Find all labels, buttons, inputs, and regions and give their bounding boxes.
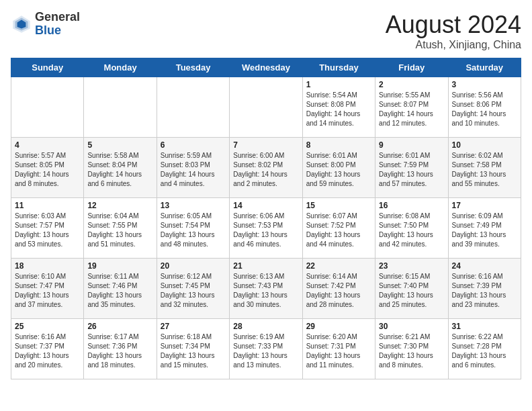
day-info: Sunrise: 6:10 AM Sunset: 7:47 PM Dayligh…	[15, 272, 80, 310]
day-number: 9	[379, 140, 444, 150]
calendar-table: SundayMondayTuesdayWednesdayThursdayFrid…	[11, 58, 521, 379]
calendar-cell: 20Sunrise: 6:12 AM Sunset: 7:45 PM Dayli…	[157, 259, 229, 319]
calendar-week-3: 11Sunrise: 6:03 AM Sunset: 7:57 PM Dayli…	[11, 198, 521, 259]
calendar-cell: 19Sunrise: 6:11 AM Sunset: 7:46 PM Dayli…	[84, 259, 157, 319]
logo-text: General Blue	[35, 11, 80, 38]
page-header: General Blue August 2024 Atush, Xinjiang…	[11, 11, 521, 51]
calendar-cell: 18Sunrise: 6:10 AM Sunset: 7:47 PM Dayli…	[11, 259, 84, 319]
calendar-cell: 31Sunrise: 6:22 AM Sunset: 7:28 PM Dayli…	[448, 319, 521, 379]
day-info: Sunrise: 5:56 AM Sunset: 8:06 PM Dayligh…	[452, 91, 517, 128]
day-number: 25	[15, 322, 80, 331]
day-number: 6	[161, 140, 226, 150]
day-info: Sunrise: 5:57 AM Sunset: 8:05 PM Dayligh…	[15, 151, 80, 189]
day-info: Sunrise: 6:22 AM Sunset: 7:28 PM Dayligh…	[452, 332, 517, 370]
calendar-cell	[157, 77, 229, 138]
calendar-cell	[230, 77, 302, 138]
calendar-cell: 3Sunrise: 5:56 AM Sunset: 8:06 PM Daylig…	[448, 77, 521, 138]
day-number: 14	[233, 201, 298, 210]
location: Atush, Xinjiang, China	[386, 39, 521, 51]
day-info: Sunrise: 5:54 AM Sunset: 8:08 PM Dayligh…	[306, 91, 371, 128]
calendar-cell: 1Sunrise: 5:54 AM Sunset: 8:08 PM Daylig…	[302, 77, 375, 138]
calendar-cell: 6Sunrise: 5:59 AM Sunset: 8:03 PM Daylig…	[157, 138, 229, 198]
calendar-week-1: 1Sunrise: 5:54 AM Sunset: 8:08 PM Daylig…	[11, 77, 521, 138]
day-number: 23	[379, 261, 444, 271]
calendar-cell: 23Sunrise: 6:15 AM Sunset: 7:40 PM Dayli…	[375, 259, 448, 319]
calendar-cell	[84, 77, 157, 138]
day-info: Sunrise: 6:13 AM Sunset: 7:43 PM Dayligh…	[233, 272, 298, 310]
month-title: August 2024	[386, 11, 521, 39]
calendar-cell: 15Sunrise: 6:07 AM Sunset: 7:52 PM Dayli…	[302, 198, 375, 259]
day-number: 13	[161, 201, 226, 210]
title-block: August 2024 Atush, Xinjiang, China	[386, 11, 521, 51]
calendar-cell: 25Sunrise: 6:16 AM Sunset: 7:37 PM Dayli…	[11, 319, 84, 379]
calendar-cell: 17Sunrise: 6:09 AM Sunset: 7:49 PM Dayli…	[448, 198, 521, 259]
calendar-cell: 21Sunrise: 6:13 AM Sunset: 7:43 PM Dayli…	[230, 259, 302, 319]
day-number: 2	[379, 80, 444, 89]
day-info: Sunrise: 6:09 AM Sunset: 7:49 PM Dayligh…	[452, 212, 517, 249]
calendar-cell: 29Sunrise: 6:20 AM Sunset: 7:31 PM Dayli…	[302, 319, 375, 379]
day-info: Sunrise: 6:08 AM Sunset: 7:50 PM Dayligh…	[379, 212, 444, 249]
day-number: 27	[161, 322, 226, 331]
day-info: Sunrise: 6:16 AM Sunset: 7:37 PM Dayligh…	[15, 332, 80, 370]
calendar-cell: 24Sunrise: 6:16 AM Sunset: 7:39 PM Dayli…	[448, 259, 521, 319]
day-number: 15	[306, 201, 371, 210]
calendar-cell: 30Sunrise: 6:21 AM Sunset: 7:30 PM Dayli…	[375, 319, 448, 379]
calendar-cell: 2Sunrise: 5:55 AM Sunset: 8:07 PM Daylig…	[375, 77, 448, 138]
weekday-header-friday: Friday	[375, 58, 448, 77]
calendar-cell: 4Sunrise: 5:57 AM Sunset: 8:05 PM Daylig…	[11, 138, 84, 198]
day-info: Sunrise: 6:01 AM Sunset: 7:59 PM Dayligh…	[379, 151, 444, 189]
day-info: Sunrise: 6:04 AM Sunset: 7:55 PM Dayligh…	[87, 212, 152, 249]
calendar-cell: 22Sunrise: 6:14 AM Sunset: 7:42 PM Dayli…	[302, 259, 375, 319]
day-number: 10	[452, 140, 517, 150]
weekday-header-wednesday: Wednesday	[230, 58, 302, 77]
weekday-row: SundayMondayTuesdayWednesdayThursdayFrid…	[11, 58, 521, 77]
day-number: 16	[379, 201, 444, 210]
calendar-cell: 9Sunrise: 6:01 AM Sunset: 7:59 PM Daylig…	[375, 138, 448, 198]
day-info: Sunrise: 6:07 AM Sunset: 7:52 PM Dayligh…	[306, 212, 371, 249]
weekday-header-sunday: Sunday	[11, 58, 84, 77]
day-number: 29	[306, 322, 371, 331]
day-number: 19	[87, 261, 152, 271]
calendar-cell: 7Sunrise: 6:00 AM Sunset: 8:02 PM Daylig…	[230, 138, 302, 198]
day-number: 12	[87, 201, 152, 210]
calendar-cell: 28Sunrise: 6:19 AM Sunset: 7:33 PM Dayli…	[230, 319, 302, 379]
day-info: Sunrise: 6:11 AM Sunset: 7:46 PM Dayligh…	[87, 272, 152, 310]
day-info: Sunrise: 6:19 AM Sunset: 7:33 PM Dayligh…	[233, 332, 298, 370]
calendar-cell: 14Sunrise: 6:06 AM Sunset: 7:53 PM Dayli…	[230, 198, 302, 259]
day-info: Sunrise: 6:12 AM Sunset: 7:45 PM Dayligh…	[161, 272, 226, 310]
day-info: Sunrise: 6:06 AM Sunset: 7:53 PM Dayligh…	[233, 212, 298, 249]
day-info: Sunrise: 6:00 AM Sunset: 8:02 PM Dayligh…	[233, 151, 298, 189]
day-number: 3	[452, 80, 517, 89]
day-number: 18	[15, 261, 80, 271]
day-number: 7	[233, 140, 298, 150]
day-number: 17	[452, 201, 517, 210]
day-info: Sunrise: 5:55 AM Sunset: 8:07 PM Dayligh…	[379, 91, 444, 128]
calendar-cell: 12Sunrise: 6:04 AM Sunset: 7:55 PM Dayli…	[84, 198, 157, 259]
day-number: 4	[15, 140, 80, 150]
day-number: 24	[452, 261, 517, 271]
calendar-cell: 26Sunrise: 6:17 AM Sunset: 7:36 PM Dayli…	[84, 319, 157, 379]
day-number: 28	[233, 322, 298, 331]
weekday-header-monday: Monday	[84, 58, 157, 77]
day-info: Sunrise: 6:14 AM Sunset: 7:42 PM Dayligh…	[306, 272, 371, 310]
weekday-header-saturday: Saturday	[448, 58, 521, 77]
day-info: Sunrise: 6:03 AM Sunset: 7:57 PM Dayligh…	[15, 212, 80, 249]
day-info: Sunrise: 6:20 AM Sunset: 7:31 PM Dayligh…	[306, 332, 371, 370]
day-info: Sunrise: 6:15 AM Sunset: 7:40 PM Dayligh…	[379, 272, 444, 310]
day-number: 20	[161, 261, 226, 271]
day-info: Sunrise: 5:58 AM Sunset: 8:04 PM Dayligh…	[87, 151, 152, 189]
logo-icon	[11, 13, 32, 35]
day-number: 11	[15, 201, 80, 210]
calendar-cell: 5Sunrise: 5:58 AM Sunset: 8:04 PM Daylig…	[84, 138, 157, 198]
calendar-week-5: 25Sunrise: 6:16 AM Sunset: 7:37 PM Dayli…	[11, 319, 521, 379]
day-number: 30	[379, 322, 444, 331]
day-number: 1	[306, 80, 371, 89]
calendar-cell: 13Sunrise: 6:05 AM Sunset: 7:54 PM Dayli…	[157, 198, 229, 259]
day-number: 26	[87, 322, 152, 331]
calendar-body: 1Sunrise: 5:54 AM Sunset: 8:08 PM Daylig…	[11, 77, 521, 379]
day-number: 31	[452, 322, 517, 331]
day-info: Sunrise: 6:01 AM Sunset: 8:00 PM Dayligh…	[306, 151, 371, 189]
calendar-week-4: 18Sunrise: 6:10 AM Sunset: 7:47 PM Dayli…	[11, 259, 521, 319]
calendar-week-2: 4Sunrise: 5:57 AM Sunset: 8:05 PM Daylig…	[11, 138, 521, 198]
day-number: 22	[306, 261, 371, 271]
